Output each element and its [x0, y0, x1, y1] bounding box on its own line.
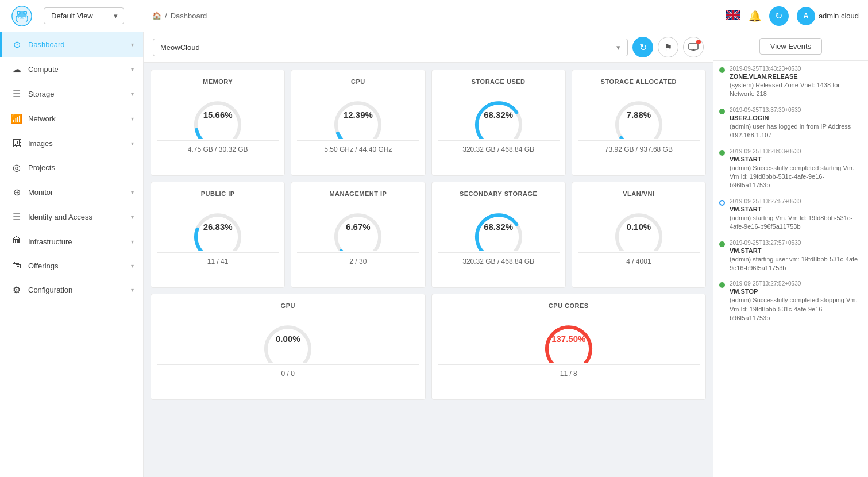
metric-title-gpu: GPU: [281, 302, 295, 309]
event-dot-3: [719, 200, 725, 206]
topbar: Default View 🏠 / Dashboard 🔔 ↻ A admin c…: [0, 0, 868, 32]
gauge-value-public_ip: 26.83%: [203, 222, 233, 232]
sidebar-item-storage[interactable]: ☰ Storage ▾: [0, 82, 143, 106]
metric-divider-public_ip: [157, 252, 279, 253]
cloud-selector[interactable]: MeowCloud: [153, 39, 628, 56]
metric-divider-vlan: [578, 252, 700, 253]
metric-divider-cpu: [297, 140, 419, 141]
gauge-value-cpu_cores: 137.50%: [551, 334, 585, 344]
gauge-container-cpu: 12.39%: [326, 90, 389, 136]
refresh-button[interactable]: ↻: [769, 6, 789, 26]
event-time-4: 2019-09-25T13:27:57+0530: [730, 240, 863, 246]
metrics-row-1: MEMORY 15.66% 4.75 GB / 30.32 GB CPU 12.…: [151, 70, 706, 176]
view-selector[interactable]: Default View: [44, 7, 124, 24]
metric-card-memory: MEMORY 15.66% 4.75 GB / 30.32 GB: [151, 70, 285, 176]
event-item-3: 2019-09-25T13:27:57+0530 VM.START (admin…: [718, 198, 863, 232]
metric-detail-cpu_cores: 11 / 8: [560, 370, 577, 378]
chevron-icon: ▾: [131, 66, 134, 72]
language-flag[interactable]: [726, 10, 740, 22]
main-layout: ⊙ Dashboard ▾ ☁ Compute ▾ ☰ Storage ▾ 📶 …: [0, 32, 868, 477]
metric-detail-memory: 4.75 GB / 30.32 GB: [188, 145, 248, 153]
chevron-icon: ▾: [131, 214, 134, 220]
notifications-bell[interactable]: 🔔: [749, 10, 761, 22]
metric-card-secondary: SECONDARY STORAGE 68.32% 320.32 GB / 468…: [431, 182, 566, 288]
sidebar-item-images[interactable]: 🖼 Images ▾: [0, 131, 143, 155]
sidebar-label-configuration: Configuration: [28, 286, 125, 294]
gauge-container-secondary: 68.32%: [467, 202, 530, 248]
metric-card-storage_alloc: STORAGE ALLOCATED 7.88% 73.92 GB / 937.6…: [572, 70, 706, 176]
event-time-1: 2019-09-25T13:37:30+0530: [730, 107, 863, 113]
sidebar-label-network: Network: [28, 114, 125, 123]
sidebar-label-storage: Storage: [28, 90, 125, 98]
gauge-value-cpu: 12.39%: [344, 110, 373, 120]
metric-card-public_ip: PUBLIC IP 26.83% 11 / 41: [151, 182, 285, 288]
event-content-1: 2019-09-25T13:37:30+0530 USER.LOGIN (adm…: [730, 107, 863, 140]
offerings-icon: 🛍: [11, 260, 22, 271]
event-item-5: 2019-09-25T13:27:52+0530 VM.STOP (admin)…: [718, 280, 863, 322]
metric-title-cpu_cores: CPU CORES: [549, 302, 589, 309]
event-dot-4: [719, 241, 725, 247]
compute-icon: ☁: [11, 64, 22, 75]
svg-rect-7: [689, 44, 698, 49]
event-type-0: ZONE.VLAN.RELEASE: [730, 73, 863, 80]
event-type-3: VM.START: [730, 206, 863, 213]
sidebar-item-offerings[interactable]: 🛍 Offerings ▾: [0, 253, 143, 278]
metric-card-vlan: VLAN/VNI 0.10% 4 / 4001: [572, 182, 706, 288]
metric-detail-storage_alloc: 73.92 GB / 937.68 GB: [605, 145, 673, 153]
sidebar-item-configuration[interactable]: ⚙ Configuration ▾: [0, 278, 143, 302]
event-time-2: 2019-09-25T13:28:03+0530: [730, 148, 863, 155]
event-dot-5: [719, 282, 725, 288]
infrastructure-icon: 🏛: [11, 236, 22, 247]
sidebar-item-infrastructure[interactable]: 🏛 Infrastructure ▾: [0, 229, 143, 253]
metric-divider-secondary: [438, 252, 560, 253]
sidebar-label-images: Images: [28, 139, 125, 148]
events-list: 2019-09-25T13:43:23+0530 ZONE.VLAN.RELEA…: [713, 61, 868, 477]
svg-point-5: [24, 11, 26, 13]
sidebar-label-dashboard: Dashboard: [28, 40, 125, 49]
metric-detail-gpu: 0 / 0: [281, 370, 295, 378]
gauge-value-gpu: 0.00%: [276, 334, 300, 344]
breadcrumb: 🏠 / Dashboard: [152, 11, 207, 20]
monitor-icon: ⊕: [11, 187, 22, 198]
sidebar-label-offerings: Offerings: [28, 261, 125, 270]
gauge-container-storage_alloc: 7.88%: [607, 90, 670, 136]
sidebar-item-dashboard[interactable]: ⊙ Dashboard ▾: [0, 32, 143, 57]
storage-icon: ☰: [11, 89, 22, 99]
event-content-2: 2019-09-25T13:28:03+0530 VM.START (admin…: [730, 148, 863, 190]
refresh-metrics-button[interactable]: ↻: [632, 37, 653, 57]
flag-button[interactable]: ⚑: [658, 37, 678, 57]
metric-title-memory: MEMORY: [203, 78, 233, 85]
sidebar-item-network[interactable]: 📶 Network ▾: [0, 106, 143, 131]
metric-title-public_ip: PUBLIC IP: [201, 190, 235, 197]
event-type-5: VM.STOP: [730, 288, 863, 295]
user-info: A admin cloud: [797, 7, 859, 25]
chevron-icon: ▾: [131, 238, 134, 245]
gauge-container-gpu: 0.00%: [256, 314, 319, 360]
event-desc-5: (admin) Successfully completed stopping …: [730, 296, 863, 322]
topbar-right: 🔔 ↻ A admin cloud: [726, 6, 859, 26]
sidebar-item-compute[interactable]: ☁ Compute ▾: [0, 57, 143, 82]
cloud-selector-label: MeowCloud: [160, 43, 200, 52]
gauge-container-vlan: 0.10%: [607, 202, 670, 248]
sidebar-label-identity: Identity and Access: [28, 213, 125, 221]
svg-point-4: [18, 11, 20, 13]
sidebar-item-monitor[interactable]: ⊕ Monitor ▾: [0, 180, 143, 205]
view-events-button[interactable]: View Events: [759, 38, 822, 55]
screen-button[interactable]: [683, 37, 704, 57]
sidebar-label-infrastructure: Infrastructure: [28, 237, 125, 246]
event-item-4: 2019-09-25T13:27:57+0530 VM.START (admin…: [718, 240, 863, 273]
sidebar-item-identity[interactable]: ☰ Identity and Access ▾: [0, 205, 143, 229]
event-desc-2: (admin) Successfully completed starting …: [730, 164, 863, 190]
metric-detail-mgmt_ip: 2 / 30: [349, 257, 367, 266]
event-type-4: VM.START: [730, 247, 863, 254]
sidebar-item-projects[interactable]: ◎ Projects: [0, 155, 143, 180]
chevron-icon: ▾: [131, 91, 134, 97]
metric-divider-memory: [157, 140, 279, 141]
configuration-icon: ⚙: [11, 284, 22, 295]
event-desc-3: (admin) starting Vm. Vm Id: 19fd8bbb-531…: [730, 214, 863, 232]
right-panel-header: View Events: [713, 32, 868, 61]
event-time-3: 2019-09-25T13:27:57+0530: [730, 198, 863, 205]
event-dot-0: [719, 67, 725, 73]
app-logo: [9, 3, 34, 29]
metrics-row-3: GPU 0.00% 0 / 0 CPU CORES 137.50% 11 / 8: [151, 294, 706, 400]
